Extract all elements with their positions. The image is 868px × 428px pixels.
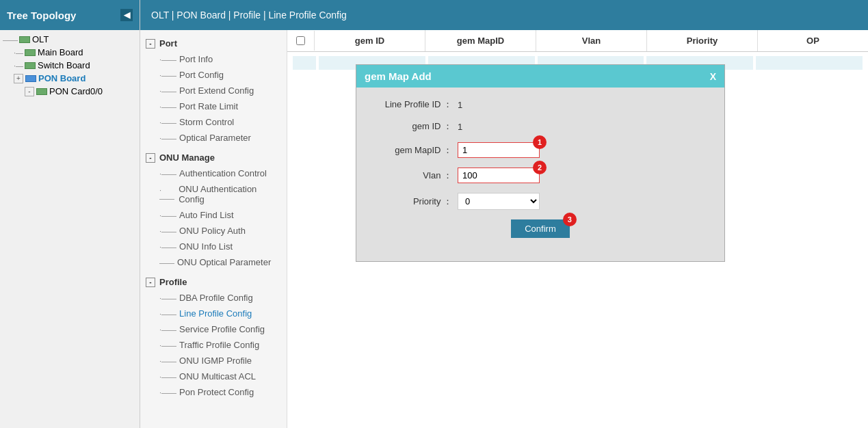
modal-row-gem-mapid: gem MapID ： 1 xyxy=(370,142,711,158)
pon-card-label: PON Card0/0 xyxy=(49,86,103,96)
menu-item-port-config[interactable]: ·—— Port Config xyxy=(140,67,287,83)
sidebar-item-olt[interactable]: —— OLT xyxy=(0,33,140,46)
switch-board-label: Switch Board xyxy=(38,60,90,70)
dash-icon: ·—— xyxy=(159,186,176,202)
olt-icon xyxy=(19,36,30,43)
dash-icon: ·—— xyxy=(159,134,176,142)
menu-item-onu-info-list[interactable]: ·—— ONU Info List xyxy=(140,239,287,254)
select-all-checkbox[interactable] xyxy=(296,36,305,45)
port-config-label: Port Config xyxy=(179,70,224,80)
dash-icon: ·—— xyxy=(159,243,176,251)
sidebar-collapse-button[interactable]: ◀ xyxy=(120,9,133,21)
confirm-button-wrapper: Confirm 3 xyxy=(511,219,570,238)
dash-icon: ·—— xyxy=(159,341,176,349)
priority-select[interactable]: 0 1 2 3 4 5 6 7 xyxy=(458,193,540,210)
menu-item-onu-optical-parameter[interactable]: —— ONU Optical Parameter xyxy=(140,254,287,270)
menu-item-port-info[interactable]: ·—— Port Info xyxy=(140,51,287,67)
dash-icon: ·—— xyxy=(159,211,176,219)
col-gem-mapid: gem MapID xyxy=(425,30,536,51)
menu-item-authentication-control[interactable]: ·—— Authentication Control xyxy=(140,165,287,181)
sidebar-tree: —— OLT ·— Main Board ·— Switch Board + P… xyxy=(0,30,140,428)
port-expand-icon[interactable]: - xyxy=(146,39,155,49)
dash-icon: ·—— xyxy=(159,357,176,365)
menu-item-dba-profile-config[interactable]: ·—— DBA Profile Config xyxy=(140,290,287,306)
onu-auth-config-label: ONU Authentication Config xyxy=(179,184,281,204)
menu-item-onu-multicast-acl[interactable]: ·—— ONU Multicast ACL xyxy=(140,369,287,384)
col-vlan: Vlan xyxy=(536,30,647,51)
line-profile-id-label: Line Profile ID ： xyxy=(370,98,452,111)
port-rate-limit-label: Port Rate Limit xyxy=(179,101,238,111)
sidebar-item-switch-board[interactable]: ·— Switch Board xyxy=(0,59,140,72)
menu-section-profile[interactable]: - Profile xyxy=(140,274,287,290)
menu-item-onu-igmp-profile[interactable]: ·—— ONU IGMP Profile xyxy=(140,353,287,369)
modal-close-button[interactable]: X xyxy=(710,71,716,82)
sidebar: Tree Topology ◀ —— OLT ·— Main Board ·— … xyxy=(0,0,140,428)
menu-item-onu-policy-auth[interactable]: ·—— ONU Policy Auth xyxy=(140,223,287,239)
vlan-input-wrapper: 2 xyxy=(458,168,540,183)
menu-item-port-extend-config[interactable]: ·—— Port Extend Config xyxy=(140,83,287,98)
line-profile-config-label: Line Profile Config xyxy=(179,308,252,319)
auto-find-list-label: Auto Find List xyxy=(179,210,234,220)
gem-id-value: 1 xyxy=(458,122,462,132)
modal-box: gem Map Add X Line Profile ID ： 1 gem xyxy=(356,64,725,262)
modal-row-gem-id: gem ID ： 1 xyxy=(370,120,711,133)
menu-item-service-profile-config[interactable]: ·—— Service Profile Config xyxy=(140,321,287,337)
col-op: OP xyxy=(758,30,868,51)
main-board-icon xyxy=(25,49,36,56)
dash-icon: ·—— xyxy=(159,103,176,111)
storm-control-label: Storm Control xyxy=(179,117,234,127)
left-menu: - Port ·—— Port Info ·—— Port Config ·——… xyxy=(140,30,287,428)
optical-parameter-label: Optical Parameter xyxy=(179,133,251,143)
dash-icon: ·—— xyxy=(159,87,176,95)
menu-item-port-rate-limit[interactable]: ·—— Port Rate Limit xyxy=(140,98,287,114)
menu-item-auto-find-list[interactable]: ·—— Auto Find List xyxy=(140,207,287,223)
menu-item-pon-protect-config[interactable]: ·—— Pon Protect Config xyxy=(140,384,287,400)
vlan-input[interactable] xyxy=(458,168,540,183)
onu-optical-parameter-label: ONU Optical Parameter xyxy=(177,257,271,267)
dash-icon: ·—— xyxy=(159,227,176,235)
menu-item-traffic-profile-config[interactable]: ·—— Traffic Profile Config xyxy=(140,337,287,353)
pon-card-expand[interactable]: - xyxy=(25,87,34,96)
onu-policy-auth-label: ONU Policy Auth xyxy=(179,226,246,236)
modal-row-confirm: Confirm 3 xyxy=(370,219,711,238)
menu-item-line-profile-config[interactable]: ·—— Line Profile Config xyxy=(140,306,287,321)
pon-board-icon xyxy=(25,75,36,82)
modal-body: Line Profile ID ： 1 gem ID ： 1 gem MapID… xyxy=(356,88,724,261)
dash-icon: ·—— xyxy=(159,373,176,381)
step-badge-2: 2 xyxy=(533,161,547,174)
step-badge-3: 3 xyxy=(563,213,577,226)
modal-row-vlan: Vlan ： 2 xyxy=(370,168,711,183)
dash-icon: ·—— xyxy=(159,170,176,178)
sidebar-item-main-board[interactable]: ·— Main Board xyxy=(0,46,140,59)
pon-board-label: PON Board xyxy=(38,73,86,83)
dash-icon: ·—— xyxy=(159,294,176,302)
dash-icon: ·—— xyxy=(159,388,176,397)
header-checkbox-cell[interactable] xyxy=(287,31,315,51)
tree-dash: —— xyxy=(3,36,18,44)
menu-item-onu-auth-config[interactable]: ·—— ONU Authentication Config xyxy=(140,181,287,207)
menu-section-port[interactable]: - Port xyxy=(140,36,287,51)
gem-id-label: gem ID ： xyxy=(370,120,452,133)
dash-icon: ·—— xyxy=(159,55,176,64)
gem-map-add-modal: gem Map Add X Line Profile ID ： 1 gem xyxy=(356,64,725,262)
port-info-label: Port Info xyxy=(179,54,213,64)
port-extend-config-label: Port Extend Config xyxy=(179,85,254,96)
profile-section-label: Profile xyxy=(159,277,187,287)
onu-manage-expand-icon[interactable]: - xyxy=(146,153,155,163)
menu-section-onu-manage[interactable]: - ONU Manage xyxy=(140,150,287,165)
vlan-label: Vlan ： xyxy=(370,170,452,182)
pon-board-expand[interactable]: + xyxy=(14,74,23,83)
priority-label: Priority ： xyxy=(370,196,452,208)
menu-item-optical-parameter[interactable]: ·—— Optical Parameter xyxy=(140,130,287,146)
gem-mapid-input[interactable] xyxy=(458,142,540,158)
menu-item-storm-control[interactable]: ·—— Storm Control xyxy=(140,114,287,130)
sidebar-item-pon-card[interactable]: - PON Card0/0 xyxy=(0,85,140,98)
breadcrumb-text: OLT | PON Board | Profile | Line Profile… xyxy=(151,10,347,21)
modal-row-line-profile-id: Line Profile ID ： 1 xyxy=(370,98,711,111)
pon-card-icon xyxy=(36,88,47,95)
profile-expand-icon[interactable]: - xyxy=(146,278,155,287)
confirm-button[interactable]: Confirm xyxy=(511,219,570,238)
dash-icon: ·—— xyxy=(159,325,176,334)
tree-dash: ·— xyxy=(14,49,23,57)
sidebar-item-pon-board[interactable]: + PON Board xyxy=(0,72,140,85)
